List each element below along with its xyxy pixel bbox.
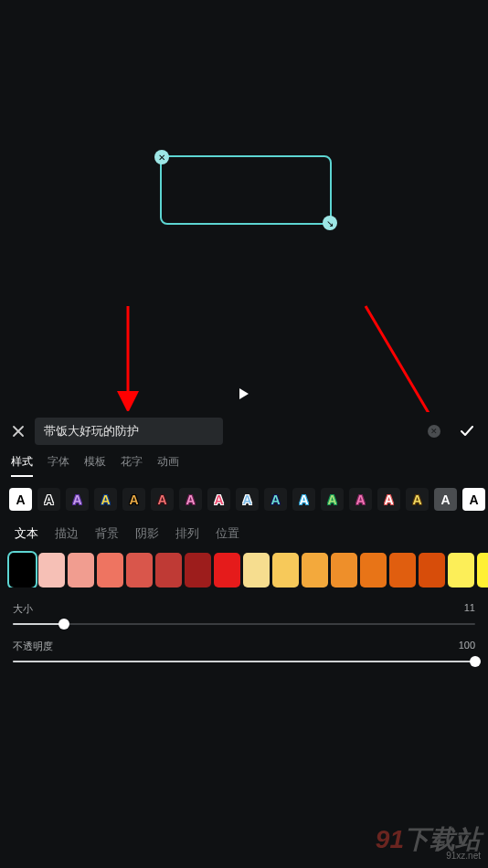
- input-row: ✕: [0, 412, 488, 450]
- clear-input-button[interactable]: ✕: [428, 425, 440, 438]
- color-swatches: [0, 542, 488, 587]
- color-swatch-11[interactable]: [331, 553, 357, 587]
- delete-handle[interactable]: ✕: [154, 150, 169, 164]
- subtab-文本[interactable]: 文本: [15, 525, 38, 542]
- text-editor-panel: ✕ 样式字体模板花字动画 AAAAAAAAAAAAAAAAAA 文本描边背景阴影…: [0, 412, 488, 662]
- text-input-wrap: ✕: [35, 418, 448, 445]
- size-slider-row: 大小 11: [0, 587, 488, 625]
- style-preset-3[interactable]: A: [94, 488, 117, 511]
- color-swatch-16[interactable]: [477, 553, 488, 587]
- color-swatch-3[interactable]: [97, 553, 123, 587]
- subtab-描边[interactable]: 描边: [55, 525, 79, 542]
- opacity-slider-row: 不透明度 100: [0, 625, 488, 662]
- color-swatch-15[interactable]: [448, 553, 474, 587]
- style-preset-15[interactable]: A: [434, 488, 457, 511]
- subtab-位置[interactable]: 位置: [216, 525, 239, 542]
- tab-花字[interactable]: 花字: [121, 454, 143, 477]
- color-swatch-5[interactable]: [155, 553, 182, 587]
- style-preset-13[interactable]: A: [377, 488, 400, 511]
- style-preset-16[interactable]: A: [462, 488, 485, 511]
- color-swatch-12[interactable]: [360, 553, 387, 587]
- style-preset-7[interactable]: A: [207, 488, 230, 511]
- subtab-背景[interactable]: 背景: [95, 525, 119, 542]
- style-preset-6[interactable]: A: [179, 488, 202, 511]
- style-presets-row: AAAAAAAAAAAAAAAAAA: [0, 477, 488, 511]
- style-preset-8[interactable]: A: [236, 488, 259, 511]
- style-preset-5[interactable]: A: [151, 488, 174, 511]
- size-value: 11: [464, 602, 475, 616]
- tab-动画[interactable]: 动画: [157, 454, 179, 477]
- style-preset-12[interactable]: A: [349, 488, 372, 511]
- style-preset-14[interactable]: A: [406, 488, 429, 511]
- style-subtabs: 文本描边背景阴影排列位置: [0, 511, 488, 542]
- close-button[interactable]: [9, 422, 27, 440]
- size-slider-thumb[interactable]: [58, 619, 69, 630]
- subtab-阴影[interactable]: 阴影: [135, 525, 159, 542]
- opacity-slider-thumb[interactable]: [470, 656, 481, 667]
- color-swatch-9[interactable]: [272, 553, 299, 587]
- style-preset-1[interactable]: A: [37, 488, 60, 511]
- opacity-label: 不透明度: [13, 640, 53, 653]
- style-preset-0[interactable]: A: [9, 488, 32, 511]
- color-swatch-14[interactable]: [419, 553, 445, 587]
- opacity-value: 100: [459, 640, 475, 653]
- tab-字体[interactable]: 字体: [48, 454, 69, 477]
- color-swatch-6[interactable]: [185, 553, 211, 587]
- size-slider[interactable]: [13, 623, 475, 625]
- video-preview: ✕ ↘: [0, 0, 488, 407]
- text-bounding-box[interactable]: ✕ ↘: [160, 155, 332, 225]
- color-swatch-0[interactable]: [9, 553, 36, 587]
- style-preset-2[interactable]: A: [66, 488, 89, 511]
- color-swatch-8[interactable]: [243, 553, 270, 587]
- color-swatch-13[interactable]: [389, 553, 416, 587]
- subtab-排列[interactable]: 排列: [175, 525, 199, 542]
- main-tabs: 样式字体模板花字动画: [0, 450, 488, 477]
- play-icon[interactable]: [239, 388, 249, 399]
- tab-模板[interactable]: 模板: [84, 454, 106, 477]
- style-preset-4[interactable]: A: [122, 488, 145, 511]
- tab-样式[interactable]: 样式: [11, 454, 33, 477]
- color-swatch-4[interactable]: [126, 553, 153, 587]
- color-swatch-1[interactable]: [38, 553, 65, 587]
- color-swatch-2[interactable]: [68, 553, 94, 587]
- text-input[interactable]: [35, 418, 223, 445]
- opacity-slider[interactable]: [13, 661, 475, 662]
- size-label: 大小: [13, 602, 33, 616]
- watermark: 91下载站 91xz.net: [376, 828, 481, 861]
- style-preset-9[interactable]: A: [264, 488, 287, 511]
- color-swatch-10[interactable]: [302, 553, 328, 587]
- color-swatch-7[interactable]: [214, 553, 240, 587]
- style-preset-11[interactable]: A: [321, 488, 344, 511]
- style-preset-10[interactable]: A: [292, 488, 315, 511]
- resize-handle[interactable]: ↘: [323, 216, 337, 230]
- confirm-button[interactable]: [455, 419, 479, 443]
